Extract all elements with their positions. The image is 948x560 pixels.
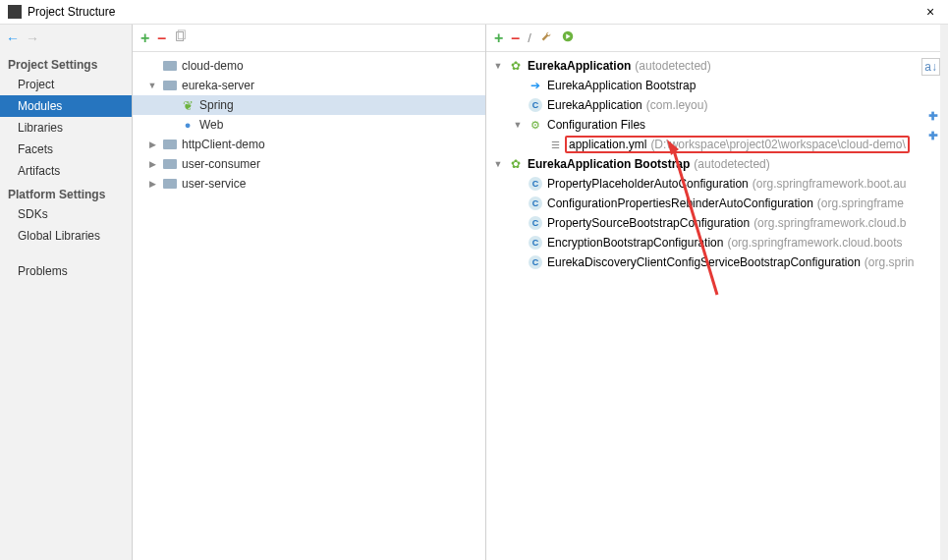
module-label: Spring [199, 98, 234, 112]
config-label: EncryptionBootstrapConfiguration [547, 236, 723, 250]
forward-icon: → [26, 30, 39, 46]
config-label: application.yml [569, 138, 646, 151]
nav-item-libraries[interactable]: Libraries [0, 117, 132, 139]
module-node[interactable]: ▼eureka-server [133, 76, 485, 95]
c-icon: C [528, 196, 543, 211]
module-panel: + – cloud-demo▼eureka-serverSpringWeb▶ht… [133, 25, 486, 560]
config-path: (com.leyou) [646, 98, 708, 112]
module-label: eureka-server [182, 79, 254, 92]
expand-icon[interactable]: ▶ [146, 159, 158, 169]
config-label: EurekaApplication [547, 98, 642, 112]
config-path: (autodetected) [635, 59, 710, 73]
folder-icon [162, 137, 178, 152]
config-node[interactable]: ▼EurekaApplication Bootstrap(autodetecte… [486, 154, 948, 174]
nav-item-problems[interactable]: Problems [0, 260, 132, 282]
app-icon [8, 5, 22, 19]
module-node[interactable]: cloud-demo [133, 56, 485, 76]
config-path: (D:\workspace\project02\workspace\cloud-… [650, 138, 905, 151]
module-node[interactable]: Web [133, 115, 485, 135]
config-path: (org.springframework.boot.au [753, 177, 907, 191]
module-node[interactable]: ▶httpClient-demo [133, 135, 485, 154]
remove-config-button[interactable]: – [511, 29, 520, 47]
expand-icon[interactable]: ▼ [492, 61, 504, 71]
module-label: user-service [182, 177, 246, 191]
module-label: user-consumer [182, 157, 260, 171]
nav-item-facets[interactable]: Facets [0, 139, 132, 160]
config-path: (org.springframework.cloud.b [753, 216, 906, 230]
edge-gutter-icon[interactable] [926, 109, 940, 123]
folder-icon [162, 156, 178, 172]
sidebar: ← → Project SettingsProjectModulesLibrar… [0, 25, 133, 560]
c-icon: C [528, 235, 543, 251]
add-config-button[interactable]: + [494, 29, 503, 47]
config-tree[interactable]: ▼EurekaApplication(autodetected)EurekaAp… [486, 52, 948, 276]
config-node[interactable]: CEurekaDiscoveryClientConfigServiceBoots… [486, 252, 948, 272]
add-module-button[interactable]: + [140, 29, 149, 47]
cfg-icon [528, 117, 543, 133]
config-node[interactable]: EurekaApplication Bootstrap [486, 76, 948, 95]
config-node[interactable]: CEncryptionBootstrapConfiguration(org.sp… [486, 233, 948, 252]
config-path: (org.springframe [817, 196, 904, 210]
edge-gutter-icon[interactable] [926, 129, 940, 142]
nav-item-artifacts[interactable]: Artifacts [0, 160, 132, 182]
module-node[interactable]: ▶user-consumer [133, 154, 485, 174]
config-path: (autodetected) [694, 157, 769, 171]
nav-section-header: Project Settings [0, 52, 132, 74]
close-icon[interactable]: × [920, 4, 940, 20]
spring-icon [180, 97, 195, 113]
module-label: Web [199, 118, 223, 132]
nav-item-sdks[interactable]: SDKs [0, 203, 132, 225]
module-node[interactable]: Spring [133, 95, 485, 115]
expand-icon[interactable]: ▼ [492, 159, 504, 169]
module-node[interactable]: ▶user-service [133, 174, 485, 194]
nav-item-global-libraries[interactable]: Global Libraries [0, 225, 132, 247]
module-tree[interactable]: cloud-demo▼eureka-serverSpringWeb▶httpCl… [133, 52, 485, 197]
run-icon[interactable] [561, 29, 575, 46]
config-label: EurekaDiscoveryClientConfigServiceBootst… [547, 255, 861, 269]
svg-rect-6 [931, 132, 934, 140]
config-node[interactable]: CEurekaApplication(com.leyou) [486, 95, 948, 115]
wrench-icon[interactable] [539, 29, 553, 46]
nav-back-forward: ← → [0, 25, 132, 52]
window-title: Project Structure [28, 5, 920, 19]
c-icon: C [528, 254, 543, 270]
spring2-icon [508, 58, 524, 74]
nav-item-project[interactable]: Project [0, 74, 132, 95]
vertical-scrollbar[interactable] [940, 25, 948, 560]
spring2-icon [508, 156, 524, 172]
detail-toolbar: + – / [486, 25, 948, 52]
config-label: EurekaApplication [528, 59, 631, 73]
config-node[interactable]: CPropertySourceBootstrapConfiguration(or… [486, 213, 948, 233]
config-node[interactable]: application.yml(D:\workspace\project02\w… [486, 135, 948, 154]
detail-panel: + – / ▼EurekaApplication(autodetected)Eu… [486, 25, 948, 560]
folder-icon [162, 176, 178, 192]
folder-icon [162, 58, 178, 74]
config-label: EurekaApplication Bootstrap [547, 79, 696, 92]
config-node[interactable]: CConfigurationPropertiesRebinderAutoConf… [486, 194, 948, 213]
config-label: PropertyPlaceholderAutoConfiguration [547, 177, 749, 191]
expand-icon[interactable]: ▶ [146, 140, 158, 149]
svg-rect-4 [931, 112, 934, 121]
c-icon: C [528, 215, 543, 231]
c-icon: C [528, 176, 543, 192]
config-node[interactable]: ▼Configuration Files [486, 115, 948, 135]
expand-icon[interactable]: ▼ [146, 81, 158, 90]
sort-icon[interactable]: a↓ [921, 58, 940, 76]
copy-icon[interactable] [174, 29, 188, 46]
module-label: cloud-demo [182, 59, 244, 73]
expand-icon[interactable]: ▶ [146, 179, 158, 189]
remove-module-button[interactable]: – [157, 29, 166, 47]
module-label: httpClient-demo [182, 138, 265, 151]
config-label: Configuration Files [547, 118, 645, 132]
back-icon[interactable]: ← [6, 30, 20, 46]
nav-item-modules[interactable]: Modules [0, 95, 132, 117]
folder-icon [162, 78, 178, 93]
expand-icon[interactable]: ▼ [512, 120, 524, 130]
edit-icon[interactable]: / [528, 30, 531, 45]
arrow-icon [528, 78, 543, 93]
file-icon [547, 137, 563, 152]
config-node[interactable]: CPropertyPlaceholderAutoConfiguration(or… [486, 174, 948, 194]
title-bar: Project Structure × [0, 0, 948, 25]
nav-section-header: Platform Settings [0, 182, 132, 203]
config-node[interactable]: ▼EurekaApplication(autodetected) [486, 56, 948, 76]
